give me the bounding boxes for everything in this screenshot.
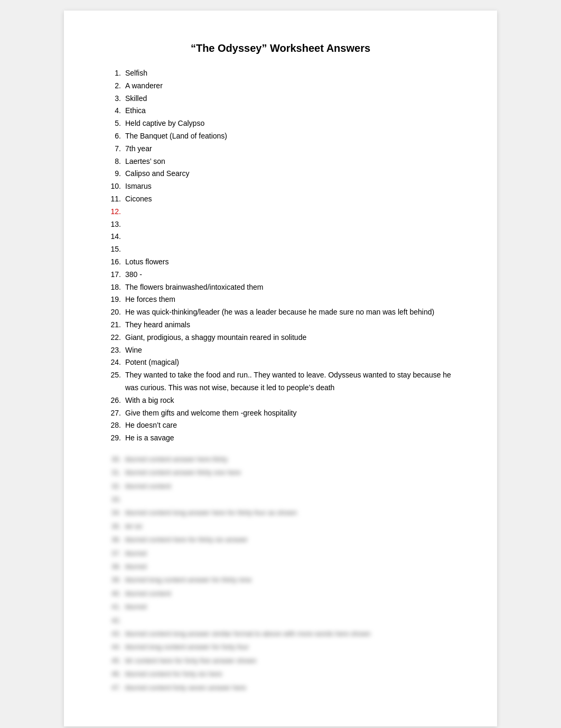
answer-item: 9.Calipso and Searcy [106,168,455,180]
answer-item: 8.Laertes’ son [106,155,455,168]
blurred-item: 32.blurred content [106,480,455,492]
answer-text: Cicones [125,193,455,206]
answer-list: 1.Selfish2.A wanderer3.Skilled4.Ethica5.… [106,67,455,445]
answer-text: Selfish [125,67,455,80]
answer-number: 25. [106,369,125,382]
blurred-item: 47.blurred content forty seven answer he… [106,681,455,694]
answer-text: The Banquet (Land of feations) [125,130,455,143]
answer-text: 7th year [125,143,455,155]
blurred-number: 46. [106,668,125,680]
blurred-text: blurred long content answer for thirty n… [125,574,455,586]
blurred-item: 41.blurred [106,601,455,613]
answer-text: Wine [125,344,455,357]
answer-number: 2. [106,80,125,93]
blurred-text: blurred content here for thirty six answ… [125,533,455,546]
blurred-item: 45.blr content here for forty five answe… [106,655,455,667]
answer-number: 24. [106,356,125,369]
answer-item: 2.A wanderer [106,80,455,93]
answer-item: 15. [106,243,455,256]
blurred-item: 34.blurred content long answer here for … [106,506,455,519]
answer-item: 4.Ethica [106,105,455,117]
answer-text: A wanderer [125,80,455,93]
blurred-text: blurred [125,560,455,573]
answer-item: 3.Skilled [106,93,455,105]
answer-item: 14. [106,231,455,243]
blurred-text: blurred [125,547,455,559]
blurred-text: blurred content answer thirty one here [125,466,455,478]
answer-text: They heard animals [125,319,455,331]
blurred-text: blurred long content answer for forty fo… [125,641,455,653]
blurred-item: 40.blurred content [106,587,455,600]
answer-number: 12. [106,206,125,218]
blurred-number: 32. [106,480,125,492]
answer-text: Ethica [125,105,455,117]
answer-item: 18.The flowers brainwashed/intoxicated t… [106,281,455,294]
answer-item: 13. [106,218,455,231]
blurred-number: 44. [106,641,125,653]
answer-item: 24.Potent (magical) [106,356,455,369]
blurred-number: 30. [106,453,125,465]
answer-number: 3. [106,93,125,105]
answer-item: 7.7th year [106,143,455,155]
page-title: “The Odyssey” Worksheet Answers [106,42,455,54]
blurred-item: 31.blurred content answer thirty one her… [106,466,455,478]
blurred-text: blurred content long answer here for thi… [125,506,455,519]
answer-text: Potent (magical) [125,356,455,369]
blurred-text: blurred [125,601,455,613]
blurred-item: 30.blurred content answer here thirty [106,453,455,465]
blurred-text: blurred content for forty six here [125,668,455,680]
blurred-number: 37. [106,547,125,559]
answer-number: 16. [106,256,125,269]
answer-number: 26. [106,394,125,407]
blurred-text: blurred content forty seven answer here [125,681,455,694]
worksheet-page: “The Odyssey” Worksheet Answers 1.Selfis… [64,11,497,726]
answer-number: 22. [106,331,125,344]
answer-text: He was quick-thinking/leader (he was a l… [125,306,455,319]
answer-item: 6.The Banquet (Land of feations) [106,130,455,143]
answer-number: 27. [106,407,125,420]
answer-number: 6. [106,130,125,143]
answer-text: Laertes’ son [125,155,455,168]
answer-number: 1. [106,67,125,80]
blurred-number: 31. [106,466,125,478]
answer-text: He doesn’t care [125,419,455,432]
answer-number: 29. [106,432,125,445]
answer-item: 21.They heard animals [106,319,455,331]
answer-number: 11. [106,193,125,206]
answer-number: 28. [106,419,125,432]
blurred-text: blurred content [125,587,455,600]
blurred-number: 38. [106,560,125,573]
blurred-item: 39.blurred long content answer for thirt… [106,574,455,586]
answer-text: He forces them [125,293,455,306]
answer-item: 11.Cicones [106,193,455,206]
answer-item: 17.380 - [106,269,455,281]
blurred-number: 33. [106,493,125,505]
blurred-item: 35.blr txt [106,520,455,532]
answer-text: They wanted to take the food and run.. T… [125,369,455,394]
answer-item: 23.Wine [106,344,455,357]
answer-text: Skilled [125,93,455,105]
answer-item: 29.He is a savage [106,432,455,445]
blurred-number: 42. [106,614,125,626]
answer-number: 23. [106,344,125,357]
answer-number: 17. [106,269,125,281]
answer-number: 5. [106,117,125,130]
blurred-text: blurred content [125,480,455,492]
blurred-item: 38.blurred [106,560,455,573]
blurred-number: 36. [106,533,125,546]
answer-number: 18. [106,281,125,294]
answer-item: 1.Selfish [106,67,455,80]
blurred-text: blurred content answer here thirty [125,453,455,465]
blurred-item: 43.blurred content long answer similar f… [106,628,455,640]
answer-number: 19. [106,293,125,306]
answer-text: He is a savage [125,432,455,445]
answer-number: 8. [106,155,125,168]
answer-number: 4. [106,105,125,117]
blurred-number: 41. [106,601,125,613]
answer-number: 13. [106,218,125,231]
blurred-number: 39. [106,574,125,586]
answer-number: 9. [106,168,125,180]
blurred-number: 47. [106,681,125,694]
blurred-section: 30.blurred content answer here thirty31.… [106,453,455,694]
blurred-number: 34. [106,506,125,519]
